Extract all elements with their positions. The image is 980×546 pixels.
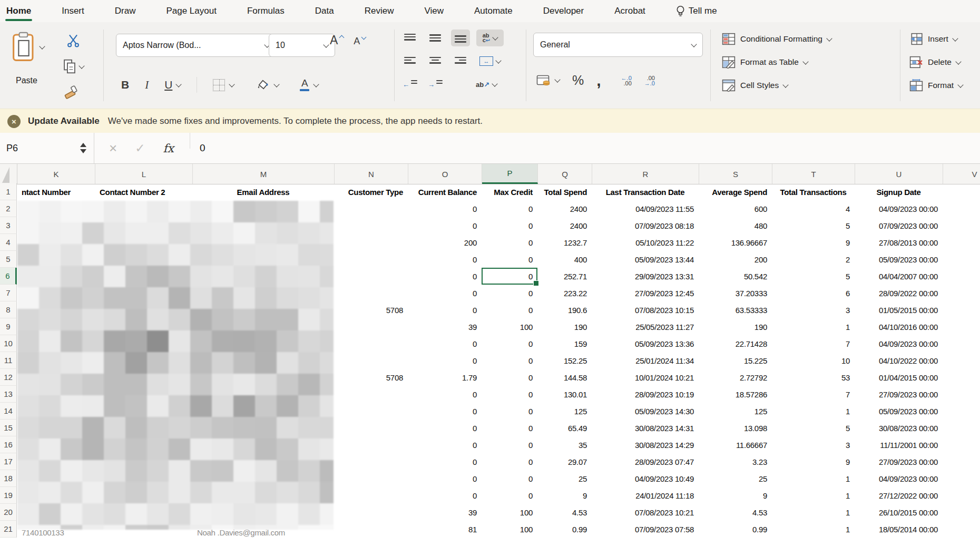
cell-U17[interactable]: 27/09/2023 00:00 bbox=[855, 453, 943, 470]
cell-T8[interactable]: 3 bbox=[772, 301, 855, 318]
cell-L1[interactable]: Contact Number 2 bbox=[95, 183, 192, 200]
cell-U10[interactable]: 04/09/2023 00:00 bbox=[855, 335, 943, 352]
formula-input[interactable]: 0 bbox=[200, 142, 205, 154]
cell-N1[interactable]: Customer Type bbox=[334, 183, 408, 200]
fill-color-button[interactable] bbox=[257, 79, 279, 91]
paste-button[interactable] bbox=[12, 32, 44, 62]
menu-item-automate[interactable]: Automate bbox=[474, 6, 513, 16]
column-header-S[interactable]: S bbox=[699, 164, 772, 184]
cell-R7[interactable]: 27/09/2023 12:45 bbox=[592, 285, 699, 301]
cell-S17[interactable]: 3.23 bbox=[699, 453, 772, 470]
borders-button[interactable] bbox=[213, 79, 234, 91]
align-top-button[interactable] bbox=[400, 30, 419, 46]
align-right-button[interactable] bbox=[451, 53, 470, 70]
menu-item-page-layout[interactable]: Page Layout bbox=[166, 6, 216, 16]
insert-cells-button[interactable]: Insert bbox=[909, 30, 957, 48]
column-header-O[interactable]: O bbox=[408, 164, 482, 184]
cell-Q9[interactable]: 190 bbox=[537, 318, 592, 335]
cell-R21[interactable]: 07/09/2023 07:58 bbox=[592, 521, 699, 538]
cell-S3[interactable]: 480 bbox=[699, 217, 772, 234]
row-number-9[interactable]: 9 bbox=[0, 318, 17, 335]
column-header-Q[interactable]: Q bbox=[538, 164, 592, 184]
cell-R11[interactable]: 25/01/2024 11:34 bbox=[592, 352, 699, 369]
tell-me-button[interactable]: Tell me bbox=[676, 5, 717, 17]
cell-V13[interactable] bbox=[943, 386, 980, 403]
cell-P20[interactable]: 100 bbox=[482, 504, 537, 521]
cell-U18[interactable]: 04/09/2023 00:00 bbox=[855, 470, 943, 487]
cell-Q10[interactable]: 159 bbox=[537, 335, 592, 352]
cell-T6[interactable]: 5 bbox=[772, 268, 855, 285]
cell-Q16[interactable]: 35 bbox=[537, 436, 592, 453]
cell-S8[interactable]: 63.53333 bbox=[699, 301, 772, 318]
cell-U5[interactable]: 05/09/2023 00:00 bbox=[855, 251, 943, 268]
cell-V3[interactable] bbox=[943, 217, 980, 234]
cell-R9[interactable]: 25/05/2023 11:27 bbox=[592, 318, 699, 335]
cell-U12[interactable]: 01/04/2015 00:00 bbox=[855, 369, 943, 386]
cell-S5[interactable]: 200 bbox=[699, 251, 772, 268]
cell-N11[interactable] bbox=[334, 352, 408, 369]
row-number-7[interactable]: 7 bbox=[0, 285, 17, 301]
cell-V20[interactable] bbox=[943, 504, 980, 521]
cell-P19[interactable]: 0 bbox=[482, 487, 537, 504]
copy-button[interactable] bbox=[63, 59, 84, 74]
cell-S4[interactable]: 136.96667 bbox=[699, 234, 772, 251]
cell-R15[interactable]: 30/08/2023 14:31 bbox=[592, 420, 699, 436]
cell-O10[interactable]: 0 bbox=[408, 335, 482, 352]
cell-Q2[interactable]: 2400 bbox=[537, 200, 592, 217]
cell-T13[interactable]: 7 bbox=[772, 386, 855, 403]
cell-V17[interactable] bbox=[943, 453, 980, 470]
cell-O8[interactable]: 0 bbox=[408, 301, 482, 318]
cell-P12[interactable]: 0 bbox=[482, 369, 537, 386]
select-all-corner[interactable] bbox=[0, 164, 17, 184]
cell-V14[interactable] bbox=[943, 403, 980, 420]
cell-R13[interactable]: 28/09/2023 10:19 bbox=[592, 386, 699, 403]
column-header-R[interactable]: R bbox=[592, 164, 699, 184]
row-number-14[interactable]: 14 bbox=[0, 403, 17, 420]
cell-P15[interactable]: 0 bbox=[482, 420, 537, 436]
cell-R6[interactable]: 29/09/2023 13:31 bbox=[592, 268, 699, 285]
column-header-V[interactable]: V bbox=[943, 164, 980, 184]
cell-O13[interactable]: 0 bbox=[408, 386, 482, 403]
cell-S14[interactable]: 125 bbox=[699, 403, 772, 420]
cell-Q1[interactable]: Total Spend bbox=[537, 183, 592, 200]
cell-O9[interactable]: 39 bbox=[408, 318, 482, 335]
cell-T15[interactable]: 5 bbox=[772, 420, 855, 436]
cell-O1[interactable]: Current Balance bbox=[408, 183, 482, 200]
delete-cells-button[interactable]: Delete bbox=[909, 53, 961, 72]
cell-P8[interactable]: 0 bbox=[482, 301, 537, 318]
cell-U14[interactable]: 05/09/2023 00:00 bbox=[855, 403, 943, 420]
cell-T9[interactable]: 1 bbox=[772, 318, 855, 335]
align-bottom-button[interactable] bbox=[451, 30, 470, 46]
align-center-button[interactable] bbox=[426, 53, 445, 70]
cell-S1[interactable]: Average Spend bbox=[699, 183, 772, 200]
row-number-16[interactable]: 16 bbox=[0, 436, 17, 453]
cell-U11[interactable]: 04/10/2022 00:00 bbox=[855, 352, 943, 369]
cell-U21[interactable]: 18/05/2014 00:00 bbox=[855, 521, 943, 538]
cell-P1[interactable]: Max Credit bbox=[482, 183, 537, 200]
format-as-table-button[interactable]: Format as Table bbox=[722, 53, 808, 72]
row-number-15[interactable]: 15 bbox=[0, 420, 17, 436]
cell-Q12[interactable]: 144.58 bbox=[537, 369, 592, 386]
cell-R4[interactable]: 05/10/2023 11:22 bbox=[592, 234, 699, 251]
cell-P7[interactable]: 0 bbox=[482, 285, 537, 301]
cell-T20[interactable]: 1 bbox=[772, 504, 855, 521]
cell-Q18[interactable]: 25 bbox=[537, 470, 592, 487]
cell-T7[interactable]: 6 bbox=[772, 285, 855, 301]
column-header-N[interactable]: N bbox=[335, 164, 408, 184]
cell-V11[interactable] bbox=[943, 352, 980, 369]
cell-N13[interactable] bbox=[334, 386, 408, 403]
cell-U3[interactable]: 07/09/2023 00:00 bbox=[855, 217, 943, 234]
cell-K1[interactable]: ntact Number bbox=[17, 183, 95, 200]
bold-button[interactable]: B bbox=[121, 79, 129, 91]
cell-Q6[interactable]: 252.71 bbox=[537, 268, 592, 285]
cell-V10[interactable] bbox=[943, 335, 980, 352]
cell-N7[interactable] bbox=[334, 285, 408, 301]
row-number-11[interactable]: 11 bbox=[0, 352, 17, 369]
cell-P9[interactable]: 100 bbox=[482, 318, 537, 335]
cell-Q21[interactable]: 0.99 bbox=[537, 521, 592, 538]
cell-T5[interactable]: 2 bbox=[772, 251, 855, 268]
cell-T10[interactable]: 7 bbox=[772, 335, 855, 352]
row-number-12[interactable]: 12 bbox=[0, 369, 17, 386]
cell-T18[interactable]: 1 bbox=[772, 470, 855, 487]
cell-Q3[interactable]: 2400 bbox=[537, 217, 592, 234]
